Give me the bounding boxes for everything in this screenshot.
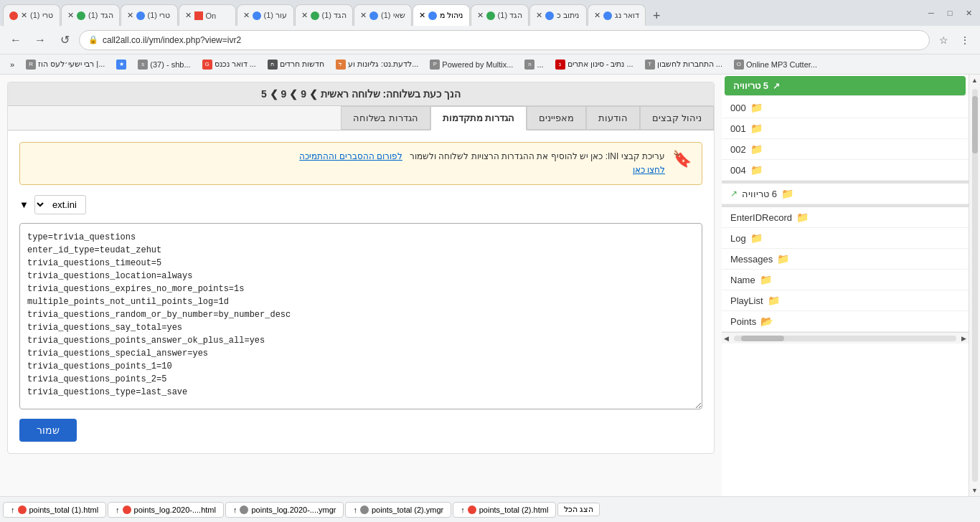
file-select[interactable]: ext.ini — [34, 195, 86, 214]
tab-close[interactable]: ✕ — [536, 11, 542, 20]
click-here-link[interactable]: לחצו כאן — [633, 165, 665, 175]
bookmark-3[interactable]: G דואר נכנס ... — [198, 58, 260, 71]
sidebar-item-000[interactable]: 📁 000 — [722, 98, 969, 118]
sidebar-item-trivia6[interactable]: 📁 6 טריוויה ↗ — [722, 184, 969, 204]
horizontal-scrollbar[interactable]: ◀ ▶ — [722, 332, 969, 343]
bookmark-9[interactable]: T התחברות לחשבון ... — [641, 58, 727, 71]
reload-button[interactable]: ↺ — [55, 30, 75, 50]
taskbar-expand[interactable]: ↑ — [11, 506, 15, 514]
vertical-scrollbar[interactable]: ▲ ▼ — [969, 75, 980, 496]
taskbar-expand[interactable]: ↑ — [116, 506, 120, 514]
sidebar-item-label: 004 — [730, 165, 746, 176]
bookmark-icon: ל — [336, 60, 346, 70]
h-scroll-right-button[interactable]: ▶ — [959, 333, 969, 344]
sidebar-item-points[interactable]: 📂 Points — [722, 311, 969, 332]
forward-button[interactable]: → — [30, 30, 50, 50]
bookmark-icon: נ — [555, 60, 565, 70]
ini-textarea[interactable]: type=trivia_questions enter_id_type=teud… — [19, 223, 702, 409]
sidebar-item-trivia5[interactable]: ↗ 5 טריוויה — [725, 76, 966, 96]
sidebar-item-001[interactable]: 📁 001 — [722, 118, 969, 139]
tab-title: ניתוב כ — [557, 11, 579, 20]
sidebar-item-name[interactable]: 📁 Name — [722, 270, 969, 290]
tab-favicon — [311, 11, 319, 20]
tab-t11[interactable]: ✕ דואר נג — [588, 4, 646, 26]
tab-close[interactable]: ✕ — [360, 11, 367, 20]
bookmark-10[interactable]: O Online MP3 Cutter... — [730, 58, 821, 71]
tab-t5[interactable]: ✕ עור (1) — [237, 4, 294, 26]
minimize-button[interactable]: ─ — [923, 4, 940, 22]
tab-t1[interactable]: ✕ טרי (1) — [3, 4, 60, 26]
new-tab-button[interactable]: + — [646, 6, 666, 26]
close-window-button[interactable]: ✕ — [960, 4, 977, 22]
taskbar-expand[interactable]: ↑ — [233, 506, 237, 514]
bookmark-label: רבי ישעי׳לעס הוז |... — [38, 60, 105, 69]
menu-button[interactable]: ⋮ — [956, 31, 974, 49]
folder-icon: 📁 — [796, 212, 809, 223]
bookmark-label: (37) - shb... — [150, 60, 190, 69]
tab-updates[interactable]: הודעות — [586, 106, 640, 130]
tab-advanced[interactable]: הגדרות מתקדמות — [430, 106, 527, 130]
sidebar-item-002[interactable]: 📁 002 — [722, 139, 969, 160]
tab-manage-files[interactable]: ניהול קבצים — [640, 106, 714, 130]
taskbar-tab-5[interactable]: ↑ points_total (2).html — [453, 502, 556, 518]
info-icon: 🔖 — [672, 150, 692, 169]
bookmark-icon: R — [26, 60, 36, 70]
forum-link[interactable]: לפורום ההסברים וההתמיכה — [299, 151, 402, 161]
tab-close[interactable]: ✕ — [185, 11, 192, 20]
taskbar-tab-3[interactable]: ↑ points_log.2020-....ymgr — [225, 502, 344, 518]
tab-t9[interactable]: ✕ הגד (1) — [471, 4, 529, 26]
bookmark-5[interactable]: ל לדעת.נט: גליונות וע... — [331, 58, 423, 71]
bookmark-8[interactable]: נ נתיב - סינון אתרים ... — [551, 58, 638, 71]
bookmark-label: ... — [537, 60, 543, 69]
tab-t3[interactable]: ✕ טרי (1) — [121, 4, 178, 26]
tab-t7[interactable]: ✕ שאי (1) — [354, 4, 412, 26]
taskbar-label: points_total (2).html — [479, 506, 549, 514]
tab-close[interactable]: ✕ — [419, 11, 425, 20]
tab-title: הגד (1) — [322, 11, 347, 20]
taskbar-tab-4[interactable]: ↑ points_total (2).ymgr — [345, 502, 451, 518]
security-icon: 🔒 — [88, 35, 98, 44]
back-button[interactable]: ← — [6, 30, 26, 50]
show-all-button[interactable]: הצג הכל — [557, 503, 600, 516]
tab-maps[interactable]: מאפיינים — [527, 106, 586, 130]
tab-t6[interactable]: ✕ הגד (1) — [295, 4, 354, 26]
bookmark-7[interactable]: n ... — [520, 58, 547, 71]
address-bar[interactable]: 🔒 call2all.co.il/ym/index.php?view=ivr2 — [79, 30, 930, 50]
sidebar-item-enteridrecord[interactable]: 📁 EnterIDRecord — [722, 207, 969, 228]
tab-close[interactable]: ✕ — [477, 11, 484, 20]
bookmark-6[interactable]: P Powered by Multix... — [425, 58, 517, 71]
scroll-down-button[interactable]: ▼ — [969, 485, 980, 496]
tab-close[interactable]: ✕ — [301, 11, 308, 20]
tab-t4[interactable]: ✕ On — [179, 4, 236, 26]
tab-label: הגדרות מתקדמות — [443, 113, 515, 123]
tab-settings[interactable]: הגדרות בשלוחה — [341, 106, 430, 130]
sidebar-item-004[interactable]: 📁 004 — [722, 160, 969, 181]
tab-close[interactable]: ✕ — [243, 11, 250, 20]
bookmark-star[interactable]: ★ — [112, 58, 131, 71]
scroll-up-button[interactable]: ▲ — [969, 75, 980, 86]
tab-label: הגדרות בשלוחה — [353, 113, 418, 123]
bookmark-4[interactable]: ח חדשות חרדים — [263, 58, 329, 71]
tab-close[interactable]: ✕ — [127, 11, 133, 20]
tab-close[interactable]: ✕ — [67, 11, 74, 20]
taskbar-tab-1[interactable]: ↑ points_total (1).html — [3, 502, 106, 518]
taskbar-tab-2[interactable]: ↑ points_log.2020-....html — [108, 502, 224, 518]
tab-t8[interactable]: ✕ ניהול מ — [413, 4, 470, 26]
bookmark-2[interactable]: s (37) - shb... — [133, 58, 194, 71]
save-btn-row: שמור — [19, 419, 702, 442]
save-button[interactable]: שמור — [19, 419, 77, 442]
h-scroll-left-button[interactable]: ◀ — [722, 333, 731, 344]
sidebar-item-log[interactable]: 📁 Log — [722, 228, 969, 249]
bookmark-star-button[interactable]: ☆ — [934, 31, 953, 49]
tab-t10[interactable]: ✕ ניתוב כ — [529, 4, 587, 26]
sidebar-item-label: EnterIDRecord — [730, 212, 792, 223]
bookmark-1[interactable]: R רבי ישעי׳לעס הוז |... — [22, 58, 109, 71]
sidebar-item-playlist[interactable]: 📁 PlayList — [722, 290, 969, 311]
tab-t2[interactable]: ✕ הגד (1) — [61, 4, 120, 26]
sidebar-item-messages[interactable]: 📁 Messages — [722, 249, 969, 270]
tab-close[interactable]: ✕ — [594, 11, 600, 20]
maximize-button[interactable]: □ — [941, 4, 958, 22]
bookmarks-expand[interactable]: » — [6, 59, 19, 70]
taskbar-expand[interactable]: ↑ — [461, 506, 465, 514]
taskbar-expand[interactable]: ↑ — [353, 506, 357, 514]
